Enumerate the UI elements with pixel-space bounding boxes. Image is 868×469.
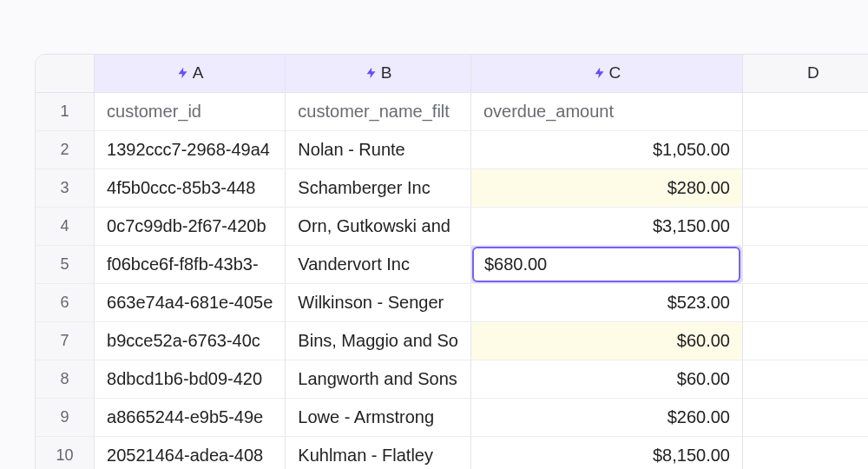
cell-selection[interactable]: $680.00: [472, 247, 740, 282]
column-header-a[interactable]: A: [95, 55, 286, 92]
cell-customer-id[interactable]: a8665244-e9b5-49e: [95, 398, 286, 436]
cell-customer-id[interactable]: 8dbcd1b6-bd09-420: [95, 360, 286, 398]
cell-empty[interactable]: [742, 360, 868, 398]
row-header[interactable]: 1: [36, 92, 95, 130]
row-header[interactable]: 5: [36, 245, 95, 283]
cell-empty[interactable]: [742, 398, 868, 436]
cell-customer-id[interactable]: customer_id: [95, 92, 286, 130]
cell-customer-id[interactable]: b9cce52a-6763-40c: [95, 321, 286, 360]
cell-overdue-amount[interactable]: $260.00: [470, 398, 742, 436]
column-header-d[interactable]: D: [742, 55, 868, 92]
table-row: 9a8665244-e9b5-49eLowe - Armstrong$260.0…: [36, 398, 868, 436]
table-row: 6663e74a4-681e-405eWilkinson - Senger$52…: [36, 283, 868, 321]
bolt-icon: [176, 64, 189, 82]
row-header[interactable]: 8: [36, 360, 95, 398]
cell-customer-name[interactable]: customer_name_filt: [286, 92, 471, 130]
cell-overdue-amount-selected[interactable]: $680.00: [470, 245, 742, 283]
column-header-c[interactable]: C: [470, 55, 742, 92]
column-header-b[interactable]: B: [286, 55, 471, 92]
cell-customer-id[interactable]: 4f5b0ccc-85b3-448: [95, 168, 286, 207]
column-letter: D: [807, 63, 819, 83]
cell-customer-name[interactable]: Lowe - Armstrong: [286, 398, 471, 436]
cell-overdue-amount[interactable]: $60.00: [470, 360, 742, 398]
cell-empty[interactable]: [742, 168, 868, 207]
cell-empty[interactable]: [742, 245, 868, 283]
row-header[interactable]: 2: [36, 130, 95, 168]
cell-customer-name[interactable]: Bins, Maggio and So: [286, 321, 471, 360]
table-row: 7b9cce52a-6763-40cBins, Maggio and So$60…: [36, 321, 868, 360]
column-letter: C: [609, 63, 621, 83]
column-letter: B: [381, 63, 392, 83]
cell-overdue-amount[interactable]: $60.00: [470, 321, 742, 360]
table-row: 34f5b0ccc-85b3-448Schamberger Inc$280.00: [36, 168, 868, 207]
cell-customer-name[interactable]: Orn, Gutkowski and: [286, 207, 471, 245]
cell-empty[interactable]: [742, 92, 868, 130]
table-row: 21392ccc7-2968-49a4Nolan - Runte$1,050.0…: [36, 130, 868, 168]
select-all-corner[interactable]: [36, 55, 95, 92]
row-header[interactable]: 7: [36, 321, 95, 360]
cell-customer-name[interactable]: Kuhlman - Flatley: [286, 436, 471, 469]
cell-editor-value[interactable]: $680.00: [484, 254, 547, 274]
table-row: 5f06bce6f-f8fb-43b3-Vandervort Inc$680.0…: [36, 245, 868, 283]
cell-empty[interactable]: [742, 283, 868, 321]
cell-empty[interactable]: [742, 436, 868, 469]
cell-overdue-amount[interactable]: $523.00: [470, 283, 742, 321]
cell-customer-name[interactable]: Langworth and Sons: [286, 360, 471, 398]
row-header[interactable]: 9: [36, 398, 95, 436]
cell-empty[interactable]: [742, 130, 868, 168]
table-row: 40c7c99db-2f67-420bOrn, Gutkowski and$3,…: [36, 207, 868, 245]
column-letter: A: [193, 63, 204, 83]
cell-customer-name[interactable]: Wilkinson - Senger: [286, 283, 471, 321]
cell-overdue-amount[interactable]: overdue_amount: [470, 92, 742, 130]
cell-overdue-amount[interactable]: $8,150.00: [470, 436, 742, 469]
spreadsheet[interactable]: ABCD 1customer_idcustomer_name_filtoverd…: [35, 54, 868, 469]
cell-customer-id[interactable]: f06bce6f-f8fb-43b3-: [95, 245, 286, 283]
cell-empty[interactable]: [742, 321, 868, 360]
cell-customer-id[interactable]: 0c7c99db-2f67-420b: [95, 207, 286, 245]
table-row: 88dbcd1b6-bd09-420Langworth and Sons$60.…: [36, 360, 868, 398]
row-header[interactable]: 3: [36, 168, 95, 207]
cell-customer-id[interactable]: 20521464-adea-408: [95, 436, 286, 469]
cell-customer-name[interactable]: Schamberger Inc: [286, 168, 471, 207]
cell-overdue-amount[interactable]: $280.00: [470, 168, 742, 207]
cell-customer-id[interactable]: 663e74a4-681e-405e: [95, 283, 286, 321]
cell-customer-id[interactable]: 1392ccc7-2968-49a4: [95, 130, 286, 168]
cell-customer-name[interactable]: Vandervort Inc: [286, 245, 471, 283]
cell-empty[interactable]: [742, 207, 868, 245]
table-row: 1020521464-adea-408Kuhlman - Flatley$8,1…: [36, 436, 868, 469]
row-header[interactable]: 4: [36, 207, 95, 245]
cell-overdue-amount[interactable]: $3,150.00: [470, 207, 742, 245]
row-header[interactable]: 6: [36, 283, 95, 321]
bolt-icon: [593, 64, 606, 82]
cell-overdue-amount[interactable]: $1,050.00: [470, 130, 742, 168]
bolt-icon: [365, 64, 378, 82]
table-row: 1customer_idcustomer_name_filtoverdue_am…: [36, 92, 868, 130]
row-header[interactable]: 10: [36, 436, 95, 469]
cell-customer-name[interactable]: Nolan - Runte: [286, 130, 471, 168]
